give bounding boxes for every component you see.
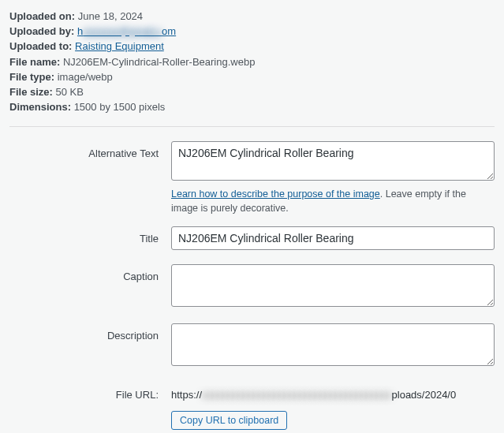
title-label: Title bbox=[9, 226, 171, 244]
title-input[interactable] bbox=[171, 226, 495, 250]
dimensions-label: Dimensions: bbox=[9, 101, 71, 113]
uploaded-by-link[interactable]: hxxxxxxx@gmail.com bbox=[77, 25, 176, 37]
dimensions-value: 1500 by 1500 pixels bbox=[74, 101, 166, 113]
file-size-value: 50 KB bbox=[56, 86, 84, 98]
file-name-value: NJ206EM-Cylindrical-Roller-Bearing.webp bbox=[63, 56, 255, 68]
file-size-label: File size: bbox=[9, 86, 53, 98]
alt-text-help: Learn how to describe the purpose of the… bbox=[171, 188, 495, 215]
uploaded-on-value: June 18, 2024 bbox=[78, 10, 143, 22]
uploaded-by-label: Uploaded by: bbox=[9, 25, 74, 37]
file-url-label: File URL: bbox=[9, 383, 171, 401]
alt-text-help-link[interactable]: Learn how to describe the purpose of the… bbox=[171, 189, 380, 200]
uploaded-on-label: Uploaded on: bbox=[9, 10, 75, 22]
file-url-input[interactable]: https://xxxxxxxxxxxxxxxxxxxxxxxxxxxxxxxx… bbox=[171, 383, 495, 406]
uploaded-to-label: Uploaded to: bbox=[9, 40, 72, 52]
description-label: Description bbox=[9, 323, 171, 342]
caption-input[interactable] bbox=[171, 264, 495, 307]
alt-text-input[interactable]: NJ206EM Cylindrical Roller Bearing bbox=[171, 141, 495, 181]
file-type-label: File type: bbox=[9, 71, 54, 83]
attachment-meta: Uploaded on: June 18, 2024 Uploaded by: … bbox=[9, 9, 495, 127]
caption-label: Caption bbox=[9, 264, 171, 282]
description-input[interactable] bbox=[171, 323, 495, 366]
copy-url-button[interactable]: Copy URL to clipboard bbox=[171, 411, 287, 430]
uploaded-to-link[interactable]: Raisting Equipment bbox=[75, 40, 164, 52]
alt-text-label: Alternative Text bbox=[9, 141, 171, 159]
file-name-label: File name: bbox=[9, 56, 60, 68]
file-type-value: image/webp bbox=[58, 71, 113, 83]
